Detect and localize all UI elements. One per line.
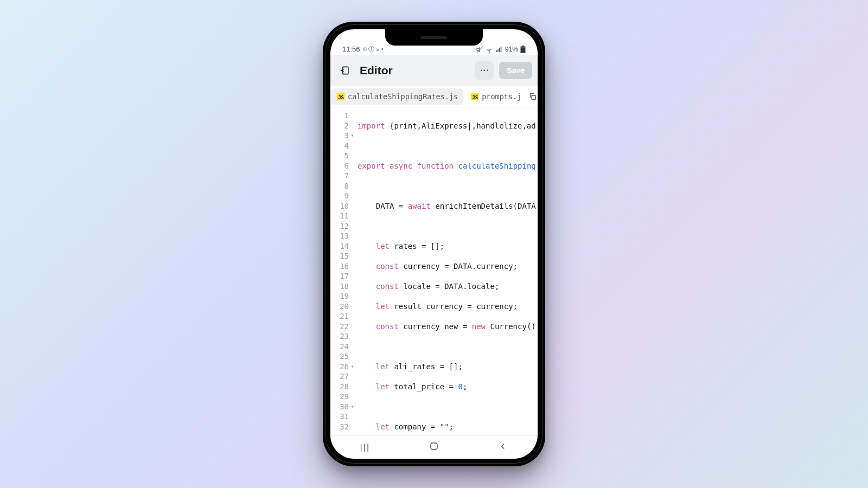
line-number: 7 [330, 171, 349, 181]
line-number: 11 [330, 211, 349, 221]
more-button[interactable]: ··· [475, 61, 494, 80]
page-title: Editor [360, 64, 470, 77]
line-number: 20 [330, 301, 349, 312]
line-number: 1 [330, 111, 349, 121]
save-button[interactable]: Save [499, 62, 532, 79]
line-number: 8 [330, 181, 349, 191]
recents-button[interactable]: ||| [360, 442, 370, 452]
phone-screen: 11:56 ⎋ ⓣ ◎ • 91% [330, 29, 538, 459]
line-number: 4 [330, 141, 349, 151]
svg-rect-9 [343, 67, 348, 74]
battery-text: 91% [505, 46, 518, 53]
line-number: 13 [330, 231, 349, 241]
code-editor[interactable]: 1 2 3 4 5 6 7 8 9 10 11 12 13 14 15 16 1 [330, 107, 538, 435]
svg-rect-11 [431, 443, 437, 450]
line-number: 18 [330, 281, 349, 292]
svg-rect-3 [497, 49, 499, 52]
home-button[interactable] [429, 441, 439, 453]
line-number: 25 [330, 351, 349, 362]
battery-icon [520, 46, 526, 53]
line-number: 3 [330, 131, 349, 141]
svg-rect-4 [499, 48, 500, 52]
line-number: 32 [330, 422, 349, 432]
tab-label: calculateShippingRates.js [348, 92, 458, 101]
code-content[interactable]: import {print,AliExpress|,handlelize,ad … [353, 107, 536, 435]
line-number: 16 [330, 261, 349, 272]
wifi-icon [486, 46, 493, 53]
mute-icon [476, 46, 483, 53]
line-number: 17 [330, 271, 349, 281]
svg-rect-5 [501, 47, 502, 52]
line-number: 9 [330, 191, 349, 201]
line-number: 14 [330, 241, 349, 252]
line-number: 19 [330, 291, 349, 301]
line-number: 24 [330, 342, 349, 352]
line-number: 15 [330, 251, 349, 261]
line-number: 27 [330, 371, 349, 382]
svg-rect-10 [532, 95, 535, 99]
js-file-icon: JS [337, 93, 344, 100]
phone-frame: 11:56 ⎋ ⓣ ◎ • 91% [323, 22, 545, 466]
tab-label: prompts.j [482, 92, 521, 101]
back-button[interactable] [336, 61, 354, 80]
status-app-icons: ⎋ ⓣ ◎ • [363, 45, 384, 53]
line-gutter: 1 2 3 4 5 6 7 8 9 10 11 12 13 14 15 16 1 [330, 107, 353, 435]
line-number: 23 [330, 331, 349, 342]
copy-button[interactable] [528, 86, 538, 107]
svg-rect-2 [496, 50, 497, 52]
line-number: 31 [330, 412, 349, 422]
android-nav-bar: ||| [330, 435, 538, 459]
line-number: 5 [330, 151, 349, 161]
line-number: 28 [330, 382, 349, 392]
app-bar: Editor ··· Save [330, 55, 538, 86]
svg-point-1 [489, 52, 489, 52]
line-number: 29 [330, 391, 349, 402]
line-number: 12 [330, 221, 349, 232]
line-number: 30 [330, 402, 349, 412]
line-number: 21 [330, 311, 349, 322]
svg-rect-8 [521, 47, 525, 53]
line-number: 6 [330, 161, 349, 171]
line-number: 10 [330, 201, 349, 211]
line-number: 22 [330, 322, 349, 332]
tab-prompts[interactable]: JS prompts.j [464, 86, 528, 107]
tab-calculate-shipping-rates[interactable]: JS calculateShippingRates.js [331, 88, 463, 105]
wallpaper: 11:56 ⎋ ⓣ ◎ • 91% [0, 0, 868, 488]
nav-back-button[interactable] [498, 441, 508, 453]
status-time: 11:56 [342, 45, 360, 53]
line-number: 2 [330, 121, 349, 131]
phone-notch [385, 29, 483, 46]
signal-icon [495, 46, 503, 53]
tab-bar: JS calculateShippingRates.js JS prompts.… [330, 86, 538, 107]
js-file-icon: JS [471, 93, 478, 100]
line-number: 26 [330, 362, 349, 372]
